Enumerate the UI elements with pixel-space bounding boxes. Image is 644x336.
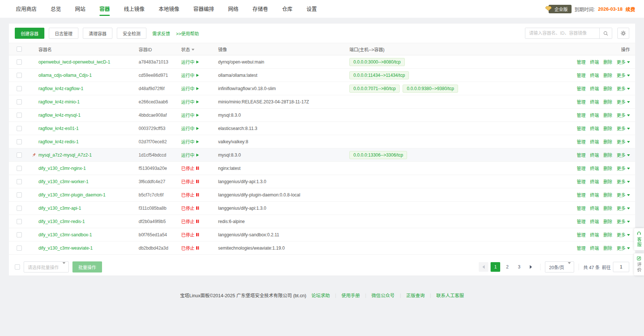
row-checkbox[interactable] (17, 232, 22, 237)
row-checkbox[interactable] (17, 179, 22, 184)
row-checkbox[interactable] (17, 139, 22, 144)
action-terminal-link[interactable]: 终端 (590, 125, 599, 131)
customer-service-widget[interactable]: 客服 (634, 228, 644, 250)
nav-tab-本地镜像[interactable]: 本地镜像 (152, 0, 186, 18)
action-delete-link[interactable]: 删除 (603, 138, 612, 145)
action-delete-link[interactable]: 删除 (603, 99, 612, 105)
batch-apply-button[interactable]: 批量操作 (72, 261, 102, 272)
action-terminal-link[interactable]: 终端 (590, 218, 599, 224)
security-check-button[interactable]: 安全检测 (117, 28, 146, 39)
row-checkbox[interactable] (17, 126, 22, 131)
action-terminal-link[interactable]: 终端 (590, 192, 599, 198)
action-more-link[interactable]: 更多 (617, 192, 630, 198)
container-name-link[interactable]: ragflow_kr4z-ragflow-1 (38, 86, 83, 91)
action-delete-link[interactable]: 删除 (603, 72, 612, 78)
action-delete-link[interactable]: 删除 (603, 245, 612, 251)
action-terminal-link[interactable]: 终端 (590, 178, 599, 185)
action-more-link[interactable]: 更多 (617, 178, 630, 185)
container-name-link[interactable]: mysql_a7z2-mysql_A7z2-1 (38, 152, 92, 158)
action-delete-link[interactable]: 删除 (603, 178, 612, 185)
action-manage-link[interactable]: 管理 (577, 112, 586, 118)
nav-tab-线上镜像[interactable]: 线上镜像 (117, 0, 152, 18)
page-button-2[interactable]: 2 (502, 262, 512, 272)
action-terminal-link[interactable]: 终端 (590, 152, 599, 158)
action-more-link[interactable]: 更多 (617, 72, 630, 78)
action-more-link[interactable]: 更多 (617, 205, 630, 211)
action-more-link[interactable]: 更多 (617, 165, 630, 171)
action-delete-link[interactable]: 删除 (603, 192, 612, 198)
action-terminal-link[interactable]: 终端 (590, 165, 599, 171)
action-delete-link[interactable]: 删除 (603, 112, 612, 118)
action-manage-link[interactable]: 管理 (577, 218, 586, 224)
row-checkbox[interactable] (17, 192, 22, 198)
action-delete-link[interactable]: 删除 (603, 165, 612, 171)
container-name-link[interactable]: ragflow_kr4z-es01-1 (38, 126, 79, 131)
row-checkbox[interactable] (17, 206, 22, 211)
action-manage-link[interactable]: 管理 (577, 245, 586, 251)
action-more-link[interactable]: 更多 (617, 99, 630, 105)
footer-link-5[interactable]: 联系人工客服 (436, 292, 464, 299)
goto-page-input[interactable] (613, 262, 629, 272)
action-delete-link[interactable]: 删除 (603, 218, 612, 224)
search-button[interactable] (599, 28, 612, 38)
action-delete-link[interactable]: 删除 (603, 85, 612, 92)
action-terminal-link[interactable]: 终端 (590, 99, 599, 105)
page-size-select[interactable]: 20条/页 (545, 261, 574, 272)
action-more-link[interactable]: 更多 (617, 112, 630, 118)
action-manage-link[interactable]: 管理 (577, 165, 586, 171)
help-link[interactable]: >>使用帮助 (176, 30, 199, 37)
container-name-link[interactable]: ollama_cdjs-ollama_Cdjs-1 (38, 73, 92, 78)
nav-tab-仓库[interactable]: 仓库 (275, 0, 299, 18)
action-terminal-link[interactable]: 终端 (590, 245, 599, 251)
nav-tab-容器[interactable]: 容器 (92, 0, 117, 18)
nav-tab-总览[interactable]: 总览 (44, 0, 68, 18)
container-name-link[interactable]: ragflow_kr4z-redis-1 (38, 139, 79, 144)
container-name-link[interactable]: openwebui_iwcd-openwebui_iwcD-1 (38, 59, 110, 65)
renew-link[interactable]: 续费 (626, 6, 635, 13)
nav-tab-应用商店[interactable]: 应用商店 (9, 0, 44, 18)
nav-tab-存储卷[interactable]: 存储卷 (245, 0, 275, 18)
action-terminal-link[interactable]: 终端 (590, 232, 599, 238)
prev-page-button[interactable] (479, 262, 488, 272)
batch-action-select[interactable]: 请选择批量操作 (24, 261, 69, 272)
container-name-link[interactable]: ragflow_kr4z-minio-1 (38, 99, 79, 104)
action-terminal-link[interactable]: 终端 (590, 85, 599, 92)
row-checkbox[interactable] (17, 219, 22, 224)
action-manage-link[interactable]: 管理 (577, 59, 586, 65)
action-manage-link[interactable]: 管理 (577, 178, 586, 185)
row-checkbox[interactable] (17, 99, 22, 104)
action-delete-link[interactable]: 删除 (603, 152, 612, 158)
action-terminal-link[interactable]: 终端 (590, 59, 599, 65)
next-page-button[interactable] (526, 262, 536, 272)
action-delete-link[interactable]: 删除 (603, 232, 612, 238)
row-checkbox[interactable] (17, 73, 22, 78)
create-container-button[interactable]: 创建容器 (15, 28, 44, 39)
container-name-link[interactable]: dify_v130_c3mr-sandbox-1 (38, 232, 92, 237)
action-manage-link[interactable]: 管理 (577, 232, 586, 238)
footer-link-4[interactable]: 正版查询 (406, 292, 425, 299)
action-manage-link[interactable]: 管理 (577, 72, 586, 78)
nav-tab-网站[interactable]: 网站 (68, 0, 92, 18)
action-terminal-link[interactable]: 终端 (590, 205, 599, 211)
action-manage-link[interactable]: 管理 (577, 125, 586, 131)
status-filter[interactable]: 状态 (181, 46, 194, 52)
action-manage-link[interactable]: 管理 (577, 152, 586, 158)
row-checkbox[interactable] (17, 166, 22, 171)
batch-select-checkbox[interactable] (15, 264, 20, 270)
select-all-checkbox[interactable] (17, 47, 22, 52)
row-checkbox[interactable] (17, 246, 22, 251)
action-terminal-link[interactable]: 终端 (590, 72, 599, 78)
action-manage-link[interactable]: 管理 (577, 205, 586, 211)
action-more-link[interactable]: 更多 (617, 138, 630, 145)
nav-tab-网络[interactable]: 网络 (221, 0, 245, 18)
footer-link-3[interactable]: 微信公众号 (372, 292, 395, 299)
container-name-link[interactable]: dify_v130_c3mr-api-1 (38, 206, 81, 211)
container-name-link[interactable]: dify_v130_c3mr-redis-1 (38, 219, 85, 224)
container-name-link[interactable]: dify_v130_c3mr-plugin_daemon-1 (38, 192, 105, 198)
nav-tab-设置[interactable]: 设置 (299, 0, 324, 18)
container-name-link[interactable]: dify_v130_c3mr-weaviate-1 (38, 246, 93, 251)
action-delete-link[interactable]: 删除 (603, 125, 612, 131)
footer-link-2[interactable]: 使用手册 (342, 292, 360, 299)
action-manage-link[interactable]: 管理 (577, 85, 586, 92)
row-checkbox[interactable] (17, 152, 22, 158)
